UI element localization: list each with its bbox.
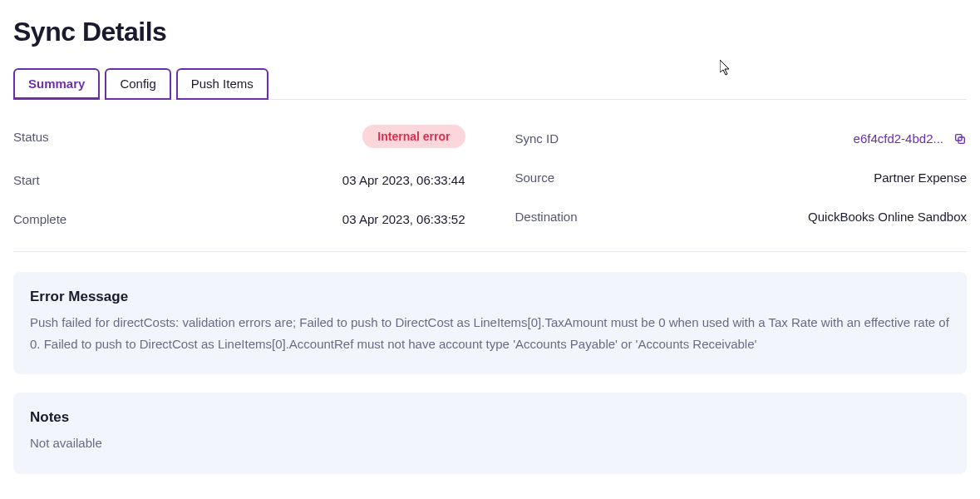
row-status: Status Internal error: [13, 125, 465, 148]
sync-id-value: e6f4cfd2-4bd2...: [854, 131, 943, 146]
row-complete: Complete 03 Apr 2023, 06:33:52: [13, 212, 465, 226]
details-grid: Status Internal error Start 03 Apr 2023,…: [13, 125, 967, 252]
row-start: Start 03 Apr 2023, 06:33:44: [13, 173, 465, 187]
notes-panel: Notes Not available: [13, 393, 967, 474]
error-panel-body: Push failed for directCosts: validation …: [30, 312, 950, 354]
details-left: Status Internal error Start 03 Apr 2023,…: [13, 125, 465, 226]
error-panel-title: Error Message: [30, 289, 950, 305]
tab-push-items[interactable]: Push Items: [176, 68, 268, 100]
row-source: Source Partner Expense: [515, 170, 968, 185]
copy-icon[interactable]: [953, 132, 967, 146]
sync-id-wrap: e6f4cfd2-4bd2...: [854, 131, 967, 146]
status-badge: Internal error: [362, 125, 465, 148]
tab-summary[interactable]: Summary: [13, 68, 100, 100]
notes-panel-title: Notes: [30, 409, 950, 426]
sync-id-label: Sync ID: [515, 131, 559, 146]
destination-label: Destination: [515, 210, 578, 224]
complete-label: Complete: [13, 212, 66, 226]
notes-panel-body: Not available: [30, 432, 950, 454]
tab-config[interactable]: Config: [105, 68, 170, 100]
tabs: Summary Config Push Items: [13, 67, 967, 100]
start-value: 03 Apr 2023, 06:33:44: [342, 173, 465, 187]
start-label: Start: [13, 173, 40, 187]
page-title: Sync Details: [13, 17, 967, 47]
complete-value: 03 Apr 2023, 06:33:52: [342, 212, 465, 226]
source-label: Source: [515, 170, 555, 185]
error-panel: Error Message Push failed for directCost…: [13, 272, 967, 374]
row-sync-id: Sync ID e6f4cfd2-4bd2...: [515, 131, 968, 146]
status-label: Status: [13, 130, 49, 144]
details-right: Sync ID e6f4cfd2-4bd2... Source Partner …: [515, 125, 968, 226]
destination-value: QuickBooks Online Sandbox: [808, 210, 967, 224]
source-value: Partner Expense: [874, 170, 967, 185]
row-destination: Destination QuickBooks Online Sandbox: [515, 210, 968, 224]
